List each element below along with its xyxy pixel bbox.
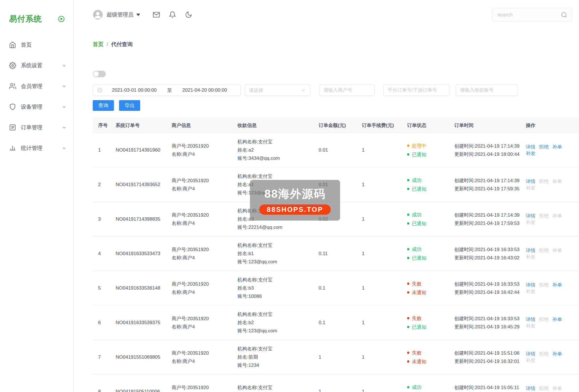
action-link[interactable]: 补发 xyxy=(526,220,535,225)
cell-fee: 1 xyxy=(357,340,402,374)
table-row: 8 NO04191505110006 商户号:20351920名称:商户4 机构… xyxy=(93,374,579,392)
search-icon[interactable] xyxy=(561,12,567,18)
clock-icon xyxy=(97,87,103,93)
sidebar-item-device-management[interactable]: 设备管理 xyxy=(0,96,74,117)
action-link[interactable]: 补单 xyxy=(552,386,562,391)
status-label: 已通知 xyxy=(412,219,426,228)
action-link[interactable]: 补单 xyxy=(552,351,562,357)
cell-actions: 详情拒绝补单补发 xyxy=(520,374,579,392)
sidebar-item-order-management[interactable]: 订单管理 xyxy=(0,117,74,138)
action-link[interactable]: 详情 xyxy=(526,179,535,184)
sidebar: 易付系统 首页 系统设置 xyxy=(0,0,74,392)
order-no-input[interactable] xyxy=(383,85,450,96)
cell-order-no: NO04191505110006 xyxy=(110,374,166,392)
action-link[interactable]: 补发 xyxy=(526,289,535,294)
action-link[interactable]: 详情 xyxy=(526,213,535,219)
sidebar-item-statistics-management[interactable]: 统计管理 xyxy=(0,138,74,158)
action-link[interactable]: 补发 xyxy=(526,323,535,329)
status-dot xyxy=(407,360,409,363)
cell-time: 创建时间:2021-04-19 15:05:11更新时间:2021-04-19 … xyxy=(449,374,520,392)
breadcrumb-home-link[interactable]: 首页 xyxy=(93,41,103,48)
action-link[interactable]: 补单 xyxy=(552,144,562,150)
cell-actions: 详情拒绝补单补发 xyxy=(520,202,579,236)
action-link[interactable]: 拒绝 xyxy=(539,317,549,322)
user-name: 超级管理员 xyxy=(107,11,133,18)
action-link[interactable]: 补单 xyxy=(552,282,562,288)
chevron-down-icon xyxy=(301,88,306,93)
sidebar-item-label: 系统设置 xyxy=(21,62,62,69)
button-row: 查询 导出 xyxy=(93,100,572,111)
sidebar-collapse-button[interactable] xyxy=(58,15,65,23)
cell-merchant-info: 商户号:20351920名称:商户4 xyxy=(166,133,232,167)
action-link[interactable]: 补发 xyxy=(526,358,535,363)
action-link[interactable]: 补单 xyxy=(552,317,562,322)
status-label: 失败 xyxy=(412,279,422,288)
cell-seq: 3 xyxy=(93,202,110,236)
action-link[interactable]: 详情 xyxy=(526,248,535,253)
home-icon xyxy=(9,41,16,48)
cell-merchant-info: 商户号:20351920名称:商户4 xyxy=(166,167,232,202)
status-dot xyxy=(407,145,409,147)
action-link[interactable]: 补单 xyxy=(552,213,562,219)
action-link[interactable]: 补发 xyxy=(526,185,535,191)
action-link[interactable]: 拒绝 xyxy=(539,144,549,150)
cell-fee: 1 xyxy=(357,236,402,271)
merchant-no-input[interactable] xyxy=(319,85,375,96)
user-menu[interactable]: 超级管理员 xyxy=(93,10,140,20)
action-link[interactable]: 详情 xyxy=(526,282,535,288)
bar-chart-icon xyxy=(9,145,16,152)
action-link[interactable]: 拒绝 xyxy=(539,386,549,391)
action-link[interactable]: 详情 xyxy=(526,351,535,357)
sidebar-item-member-management[interactable]: 会员管理 xyxy=(0,76,74,96)
action-link[interactable]: 拒绝 xyxy=(539,179,549,184)
order-table: 序号 系统订单号 商户信息 收款信息 订单金额(元) 订单手续费(元) 订单状态… xyxy=(93,118,579,392)
topbar: 超级管理员 xyxy=(74,0,579,29)
action-link[interactable]: 详情 xyxy=(526,144,535,150)
action-link[interactable]: 补发 xyxy=(526,254,535,260)
filter-toggle[interactable] xyxy=(93,71,106,77)
app-logo: 易付系统 xyxy=(9,14,42,24)
mail-icon[interactable] xyxy=(153,11,160,18)
action-link[interactable]: 拒绝 xyxy=(539,351,549,357)
status-label: 已通知 xyxy=(412,150,426,159)
status-dot xyxy=(407,188,409,190)
cell-actions: 详情拒绝补单补发 xyxy=(520,305,579,340)
sidebar-item-system-settings[interactable]: 系统设置 xyxy=(0,55,74,76)
filter-row: 2021-03-01 00:00:00 至 2021-04-20 00:00:0… xyxy=(93,85,572,96)
export-button[interactable]: 导出 xyxy=(119,100,140,111)
action-link[interactable]: 拒绝 xyxy=(539,213,549,219)
status-dot xyxy=(407,214,409,216)
status-select[interactable]: 请选择 xyxy=(245,85,310,96)
sidebar-item-label: 统计管理 xyxy=(21,145,62,152)
action-link[interactable]: 补单 xyxy=(552,248,562,253)
cell-time: 创建时间:2021-04-19 17:14:39更新时间:2021-04-19 … xyxy=(449,133,520,167)
query-button[interactable]: 查询 xyxy=(93,100,114,111)
column-header-actions: 操作 xyxy=(520,118,579,133)
action-link[interactable]: 详情 xyxy=(526,317,535,322)
action-link[interactable]: 补发 xyxy=(526,151,535,156)
cell-amount: 0.1 xyxy=(313,271,357,305)
cell-amount: 0.01 xyxy=(313,133,357,167)
moon-icon[interactable] xyxy=(185,11,192,18)
search-input[interactable] xyxy=(497,12,561,18)
status-dot xyxy=(407,386,409,388)
cell-merchant-info: 商户号:20351920名称:商户4 xyxy=(166,202,232,236)
cell-actions: 详情拒绝补单补发 xyxy=(520,133,579,167)
cell-payee-info: 机构名称:支付宝姓名:前期账号:1234 xyxy=(232,340,313,374)
action-link[interactable]: 拒绝 xyxy=(539,248,549,253)
action-link[interactable]: 拒绝 xyxy=(539,282,549,288)
table-row: 1 NO04191714391960 商户号:20351920名称:商户4 机构… xyxy=(93,133,579,167)
date-range-picker[interactable]: 2021-03-01 00:00:00 至 2021-04-20 00:00:0… xyxy=(93,85,241,96)
sidebar-item-label: 订单管理 xyxy=(21,124,62,131)
cell-status: 成功已通知 xyxy=(402,236,449,271)
payee-account-input[interactable] xyxy=(456,85,518,96)
cell-payee-info: 机构名称:支付宝姓名:a2账号:3434@qq.com xyxy=(232,133,313,167)
cell-status: 失败未通知 xyxy=(402,340,449,374)
date-end-value: 2021-04-20 00:00:00 xyxy=(173,87,236,93)
action-link[interactable]: 详情 xyxy=(526,386,535,391)
sidebar-item-home[interactable]: 首页 xyxy=(0,35,74,55)
cell-status: 失败未通知 xyxy=(402,271,449,305)
cell-seq: 1 xyxy=(93,133,110,167)
bell-icon[interactable] xyxy=(169,11,176,18)
action-link[interactable]: 补单 xyxy=(552,179,562,184)
